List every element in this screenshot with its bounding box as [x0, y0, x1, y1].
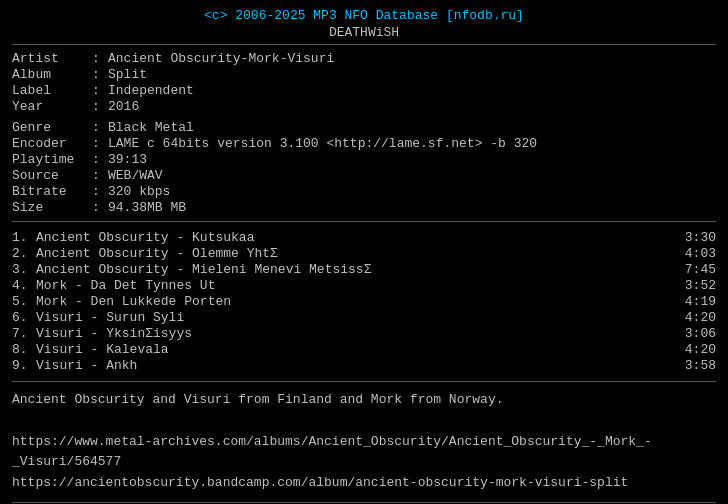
divider-bottom	[12, 502, 716, 503]
meta-year: Year : 2016	[12, 99, 716, 114]
track-time: 4:19	[666, 294, 716, 309]
meta-genre: Genre : Black Metal	[12, 120, 716, 135]
track-title: Ancient Obscurity - Olemme YhtΣ	[36, 246, 666, 261]
track-title: Mork - Da Det Tynnes Ut	[36, 278, 666, 293]
track-time: 3:52	[666, 278, 716, 293]
track-num: 4.	[12, 278, 36, 293]
track-row: 6. Visuri - Surun Syli 4:20	[12, 310, 716, 325]
meta-source: Source : WEB/WAV	[12, 168, 716, 183]
meta-label-key: Label	[12, 83, 92, 98]
notes-block: Ancient Obscurity and Visuri from Finlan…	[12, 390, 716, 494]
meta-source-key: Source	[12, 168, 92, 183]
meta-sep7: :	[92, 152, 108, 167]
track-time: 4:20	[666, 342, 716, 357]
meta-playtime-val: 39:13	[108, 152, 147, 167]
track-title: Mork - Den Lukkede Porten	[36, 294, 666, 309]
meta-bitrate-key: Bitrate	[12, 184, 92, 199]
meta-sep10: :	[92, 200, 108, 215]
meta-sep8: :	[92, 168, 108, 183]
app-title: DEATHWiSH	[12, 25, 716, 40]
track-num: 7.	[12, 326, 36, 341]
meta-source-val: WEB/WAV	[108, 168, 163, 183]
track-title: Ancient Obscurity - Kutsukaa	[36, 230, 666, 245]
track-time: 3:30	[666, 230, 716, 245]
meta-playtime: Playtime : 39:13	[12, 152, 716, 167]
meta-genre-val: Black Metal	[108, 120, 194, 135]
tracklist: 1. Ancient Obscurity - Kutsukaa 3:30 2. …	[12, 230, 716, 373]
track-num: 2.	[12, 246, 36, 261]
track-title: Visuri - Surun Syli	[36, 310, 666, 325]
track-row: 2. Ancient Obscurity - Olemme YhtΣ 4:03	[12, 246, 716, 261]
track-row: 9. Visuri - Ankh 3:58	[12, 358, 716, 373]
meta-bitrate-val: 320 kbps	[108, 184, 170, 199]
meta-year-key: Year	[12, 99, 92, 114]
meta-album-val: Split	[108, 67, 147, 82]
track-title: Ancient Obscurity - Mieleni Menevi Metsi…	[36, 262, 666, 277]
meta-block2: Genre : Black Metal Encoder : LAME c 64b…	[12, 120, 716, 215]
track-num: 1.	[12, 230, 36, 245]
meta-playtime-key: Playtime	[12, 152, 92, 167]
meta-size-key: Size	[12, 200, 92, 215]
track-time: 4:03	[666, 246, 716, 261]
meta-encoder: Encoder : LAME c 64bits version 3.100 <h…	[12, 136, 716, 151]
track-num: 8.	[12, 342, 36, 357]
notes-line1: Ancient Obscurity and Visuri from Finlan…	[12, 390, 716, 411]
meta-artist: Artist : Ancient Obscurity-Mork-Visuri	[12, 51, 716, 66]
track-title: Visuri - Kalevala	[36, 342, 666, 357]
meta-sep6: :	[92, 136, 108, 151]
divider-mid1	[12, 221, 716, 222]
track-title: Visuri - YksinΣisyys	[36, 326, 666, 341]
track-num: 5.	[12, 294, 36, 309]
meta-size-val: 94.38MB MB	[108, 200, 186, 215]
track-row: 7. Visuri - YksinΣisyys 3:06	[12, 326, 716, 341]
track-row: 3. Ancient Obscurity - Mieleni Menevi Me…	[12, 262, 716, 277]
track-row: 1. Ancient Obscurity - Kutsukaa 3:30	[12, 230, 716, 245]
meta-encoder-val: LAME c 64bits version 3.100 <http://lame…	[108, 136, 537, 151]
track-num: 3.	[12, 262, 36, 277]
track-row: 8. Visuri - Kalevala 4:20	[12, 342, 716, 357]
track-row: 5. Mork - Den Lukkede Porten 4:19	[12, 294, 716, 309]
meta-album: Album : Split	[12, 67, 716, 82]
title-line: <c> 2006-2025 MP3 NFO Database [nfodb.ru…	[12, 8, 716, 23]
meta-sep5: :	[92, 120, 108, 135]
divider-top	[12, 44, 716, 45]
notes-url2[interactable]: https://ancientobscurity.bandcamp.com/al…	[12, 473, 716, 494]
meta-bitrate: Bitrate : 320 kbps	[12, 184, 716, 199]
meta-label-val: Independent	[108, 83, 194, 98]
meta-year-val: 2016	[108, 99, 139, 114]
notes-spacer	[12, 411, 716, 432]
track-time: 3:58	[666, 358, 716, 373]
divider-mid2	[12, 381, 716, 382]
meta-block: Artist : Ancient Obscurity-Mork-Visuri A…	[12, 51, 716, 114]
meta-artist-val: Ancient Obscurity-Mork-Visuri	[108, 51, 334, 66]
meta-sep: :	[92, 51, 108, 66]
meta-sep3: :	[92, 83, 108, 98]
notes-url1[interactable]: https://www.metal-archives.com/albums/An…	[12, 432, 716, 474]
meta-sep4: :	[92, 99, 108, 114]
track-num: 6.	[12, 310, 36, 325]
track-time: 7:45	[666, 262, 716, 277]
meta-label: Label : Independent	[12, 83, 716, 98]
meta-sep2: :	[92, 67, 108, 82]
meta-size: Size : 94.38MB MB	[12, 200, 716, 215]
track-num: 9.	[12, 358, 36, 373]
meta-album-key: Album	[12, 67, 92, 82]
track-time: 3:06	[666, 326, 716, 341]
meta-genre-key: Genre	[12, 120, 92, 135]
track-time: 4:20	[666, 310, 716, 325]
track-title: Visuri - Ankh	[36, 358, 666, 373]
meta-sep9: :	[92, 184, 108, 199]
meta-artist-key: Artist	[12, 51, 92, 66]
meta-encoder-key: Encoder	[12, 136, 92, 151]
track-row: 4. Mork - Da Det Tynnes Ut 3:52	[12, 278, 716, 293]
